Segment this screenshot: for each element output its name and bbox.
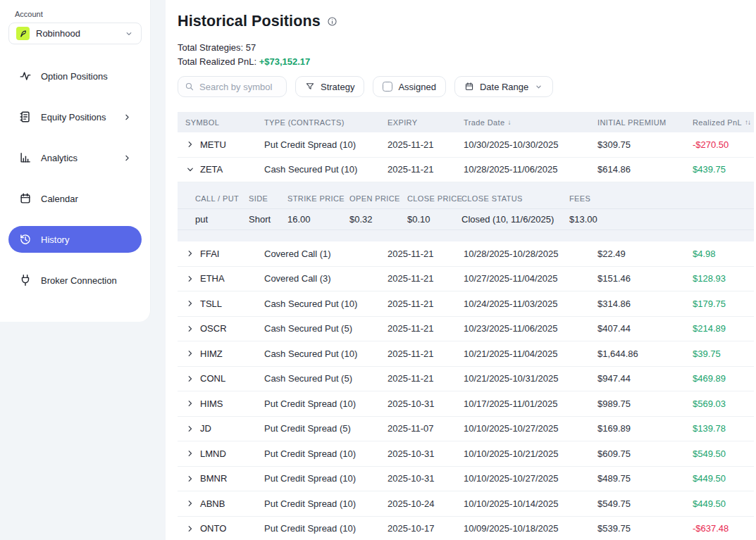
type-cell: Cash Secured Put (10) [256,299,380,309]
search-input-wrap[interactable] [178,76,287,97]
table-row[interactable]: TSLL Cash Secured Put (10) 2025-11-21 10… [178,291,754,317]
type-cell: Cash Secured Put (5) [256,373,380,384]
search-icon [185,82,194,92]
realized-pnl-cell: -$270.50 [685,139,754,150]
expiry-cell: 2025-11-07 [380,423,456,434]
search-input[interactable] [199,82,283,92]
info-icon[interactable] [327,16,337,27]
expiry-cell: 2025-11-21 [380,323,456,334]
expand-chevron-icon[interactable] [186,299,194,308]
symbol-cell: HIMS [200,398,223,409]
initial-premium-cell: $609.75 [590,448,685,459]
table-row[interactable]: HIMZ Cash Secured Put (10) 2025-11-21 10… [178,341,754,367]
column-header-trade-date[interactable]: Trade Date↓ [456,118,590,127]
initial-premium-cell: $309.75 [590,139,685,150]
table-row[interactable]: JD Put Credit Spread (5) 2025-11-07 10/1… [178,417,754,442]
table-row[interactable]: METU Put Credit Spread (10) 2025-11-21 1… [178,132,754,158]
sidebar-item-equity-positions[interactable]: Equity Positions [8,103,142,130]
leg-cell: put [195,214,249,225]
symbol-cell: ABNB [200,498,225,509]
table-row[interactable]: FFAI Covered Call (1) 2025-11-21 10/28/2… [178,241,754,267]
strategy-filter-label: Strategy [321,82,354,92]
trade-date-cell: 10/21/2025-11/04/2025 [456,349,590,359]
expand-chevron-icon[interactable] [186,325,194,333]
sidebar: Account Robinhood Option Positions Equit… [0,0,151,322]
bar-chart-icon [19,151,32,164]
expand-chevron-icon[interactable] [186,449,194,458]
table-row[interactable]: ZETA Cash Secured Put (10) 2025-11-21 10… [178,158,754,183]
leg-cell: $13.00 [569,214,754,225]
type-cell: Put Credit Spread (10) [256,473,380,484]
table-header-row: SYMBOLTYPE (CONTRACTS)EXPIRYTrade Date↓I… [178,112,754,132]
table-row[interactable]: LMND Put Credit Spread (10) 2025-10-31 1… [178,441,754,467]
realized-pnl-cell: $139.78 [685,423,754,434]
chevron-down-icon [534,82,543,92]
expand-chevron-icon[interactable] [186,275,194,283]
type-cell: Put Credit Spread (10) [256,498,380,509]
leg-column-header: CLOSE PRICE [407,194,461,203]
type-cell: Put Credit Spread (5) [256,423,380,434]
column-header-type-contracts: TYPE (CONTRACTS) [256,118,380,127]
initial-premium-cell: $549.75 [590,498,685,509]
leg-column-header: CALL / PUT [195,194,249,203]
type-cell: Put Credit Spread (10) [256,139,380,150]
trade-date-cell: 10/21/2025-10/31/2025 [456,373,590,384]
date-range-filter-button[interactable]: Date Range [454,76,553,97]
trade-date-cell: 10/10/2025-10/27/2025 [456,423,590,434]
initial-premium-cell: $1,644.86 [590,349,685,359]
sidebar-item-broker-connection[interactable]: Broker Connection [8,267,142,294]
strategy-filter-button[interactable]: Strategy [295,76,364,97]
sidebar-item-option-positions[interactable]: Option Positions [8,63,142,89]
expand-chevron-icon[interactable] [186,525,194,533]
leg-table-header: CALL / PUTSIDESTRIKE PRICEOPEN PRICECLOS… [178,188,754,209]
trade-date-cell: 10/27/2025-11/04/2025 [456,273,590,284]
assigned-filter-button[interactable]: Assigned [373,76,445,97]
table-row[interactable]: BMNR Put Credit Spread (10) 2025-10-31 1… [178,467,754,492]
expand-chevron-icon[interactable] [186,349,194,358]
sidebar-item-history[interactable]: History [8,226,142,253]
symbol-cell: METU [200,139,226,150]
initial-premium-cell: $22.49 [590,249,685,259]
initial-premium-cell: $989.75 [590,398,685,409]
expiry-cell: 2025-11-21 [380,349,456,359]
realized-pnl-cell: $128.93 [685,273,754,284]
symbol-cell: TSLL [200,299,222,309]
table-row[interactable]: ONTO Put Credit Spread (10) 2025-10-17 1… [178,517,754,540]
leg-table-row: putShort16.00$0.32$0.10Closed (10, 11/6/… [178,209,754,230]
account-selector[interactable]: Robinhood [8,23,142,44]
table-row[interactable]: ETHA Covered Call (3) 2025-11-21 10/27/2… [178,267,754,292]
trade-date-cell: 10/24/2025-11/03/2025 [456,299,590,309]
expiry-cell: 2025-10-31 [380,448,456,459]
assigned-checkbox[interactable] [383,82,392,92]
sidebar-item-label: Calendar [41,194,132,204]
expand-chevron-icon[interactable] [186,425,194,433]
trade-date-cell: 10/10/2025-10/14/2025 [456,498,590,509]
expiry-cell: 2025-10-24 [380,498,456,509]
sidebar-item-label: History [41,234,132,245]
initial-premium-cell: $947.44 [590,373,685,384]
ledger-icon [19,111,32,123]
initial-premium-cell: $407.44 [590,323,685,334]
expiry-cell: 2025-10-17 [380,523,456,534]
expand-chevron-icon[interactable] [186,399,194,408]
sidebar-item-analytics[interactable]: Analytics [8,144,142,171]
table-row[interactable]: ABNB Put Credit Spread (10) 2025-10-24 1… [178,491,754,517]
expand-chevron-icon[interactable] [186,375,194,383]
type-cell: Covered Call (1) [256,249,380,259]
expand-chevron-icon[interactable] [186,499,194,508]
table-row[interactable]: HIMS Put Credit Spread (10) 2025-10-31 1… [178,391,754,417]
expand-chevron-icon[interactable] [186,249,194,258]
expand-chevron-icon[interactable] [186,140,194,149]
expand-chevron-icon[interactable] [186,475,194,483]
expand-chevron-icon[interactable] [186,165,194,174]
column-header-realized-pnl[interactable]: Realized PnL↑↓ [685,118,754,127]
sidebar-item-label: Broker Connection [41,275,132,286]
expiry-cell: 2025-11-21 [380,373,456,384]
expanded-leg-details: CALL / PUTSIDESTRIKE PRICEOPEN PRICECLOS… [178,182,754,241]
calendar-icon [464,82,474,92]
table-row[interactable]: OSCR Cash Secured Put (5) 2025-11-21 10/… [178,317,754,342]
initial-premium-cell: $151.46 [590,273,685,284]
sidebar-item-calendar[interactable]: Calendar [8,185,142,212]
table-row[interactable]: CONL Cash Secured Put (5) 2025-11-21 10/… [178,367,754,392]
assigned-filter-label: Assigned [398,82,435,92]
